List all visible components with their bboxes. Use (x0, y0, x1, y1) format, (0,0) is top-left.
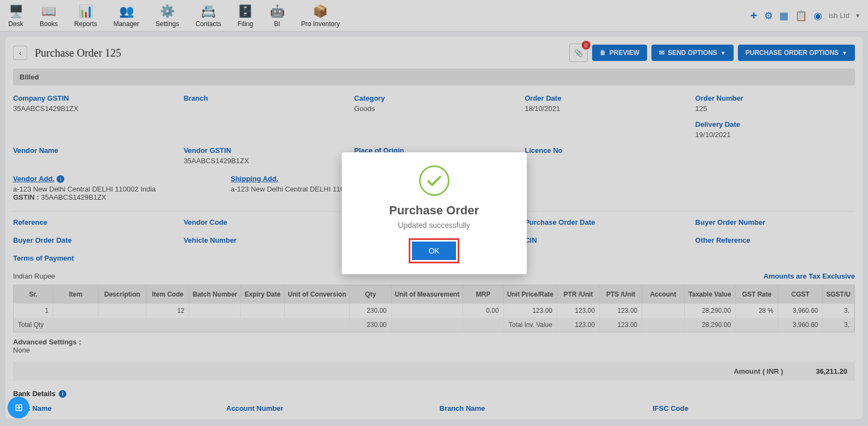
modal-message: Updated successfully (353, 221, 516, 230)
ok-highlight: OK (409, 238, 459, 263)
modal-title: Purchase Order (353, 203, 516, 218)
success-modal: Purchase Order Updated successfully OK (342, 152, 527, 274)
modal-overlay: Purchase Order Updated successfully OK (0, 0, 868, 426)
check-icon (419, 165, 450, 196)
apps-fab-button[interactable]: ⊞ (8, 397, 29, 418)
ok-button[interactable]: OK (412, 242, 455, 260)
